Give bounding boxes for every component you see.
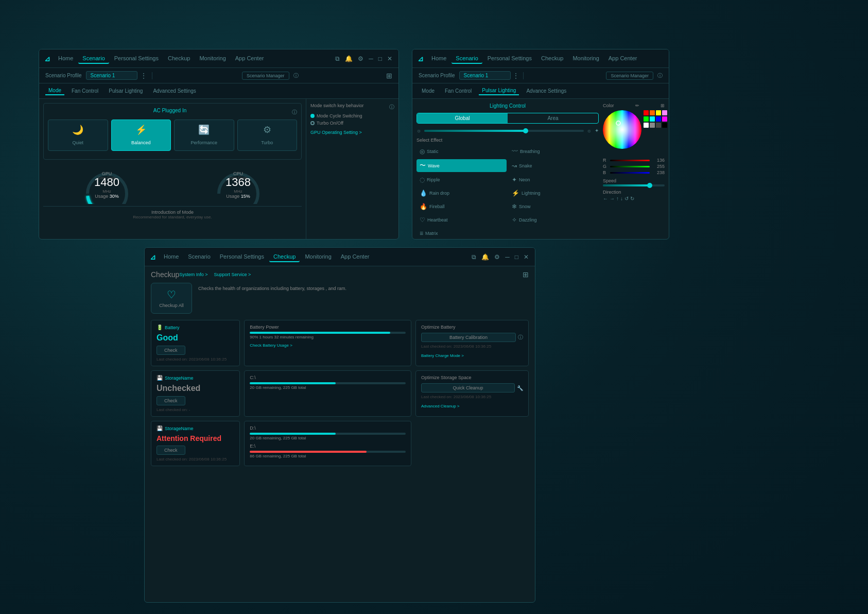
gear-icon-1[interactable]: ⚙: [358, 55, 363, 62]
advanced-cleanup-link[interactable]: Advanced Cleanup >: [421, 404, 460, 408]
mode-balanced[interactable]: ⚡ Balanced: [111, 120, 171, 151]
brightness-slider[interactable]: [424, 130, 584, 132]
nav-appcenter-2[interactable]: App Center: [604, 54, 641, 64]
mode-quiet[interactable]: 🌙 Quiet: [48, 120, 108, 151]
nav-monitoring-1[interactable]: Monitoring: [195, 54, 230, 64]
battery-check-btn[interactable]: Check: [157, 346, 185, 355]
tab-mode[interactable]: Mode: [45, 87, 64, 95]
dir-right[interactable]: →: [610, 196, 615, 201]
minimize-icon-3[interactable]: ─: [505, 253, 510, 261]
swatch-magenta[interactable]: [662, 116, 667, 122]
close-icon-1[interactable]: ✕: [387, 55, 392, 62]
effect-wave[interactable]: 〜 Wave: [416, 159, 507, 172]
dir-cw[interactable]: ↻: [630, 196, 634, 201]
nav-personal-1[interactable]: Personal Settings: [110, 54, 163, 64]
bell-icon-3[interactable]: 🔔: [481, 253, 489, 261]
swatch-pink[interactable]: [662, 110, 667, 115]
support-service-link[interactable]: Support Service >: [214, 272, 251, 277]
scenario-options-icon-2[interactable]: ⋮: [513, 72, 519, 79]
brightness-thumb[interactable]: [523, 128, 528, 133]
effect-dazzling[interactable]: ✧ Dazzling: [509, 214, 599, 226]
expand-icon-3[interactable]: ⊞: [523, 270, 529, 279]
effect-snow[interactable]: ❄ Snow: [509, 201, 599, 212]
effect-raindrop[interactable]: 💧 Rain drop: [416, 187, 507, 199]
checkup-all-btn[interactable]: ♡ Checkup All: [151, 283, 192, 314]
scenario-select-1[interactable]: Scenario 1: [86, 71, 137, 80]
swatch-blue[interactable]: [656, 116, 661, 122]
scenario-select-2[interactable]: Scenario 1: [459, 71, 511, 80]
effect-neon[interactable]: ✦ Neon: [509, 174, 599, 185]
scenario-manager-btn[interactable]: Scenario Manager: [242, 72, 289, 80]
nav-appcenter-3[interactable]: App Center: [337, 252, 374, 262]
nav-checkup-3[interactable]: Checkup: [269, 252, 300, 262]
scenario-options-icon[interactable]: ⋮: [141, 72, 147, 79]
nav-personal-2[interactable]: Personal Settings: [483, 54, 536, 64]
storage2-check-btn[interactable]: Check: [157, 446, 185, 455]
mode-performance[interactable]: 🔄 Performance: [174, 120, 234, 151]
nav-monitoring-3[interactable]: Monitoring: [301, 252, 335, 262]
effect-matrix[interactable]: ≡ Matrix: [416, 228, 507, 239]
tab-advanced[interactable]: Advanced Settings: [150, 87, 199, 95]
scenario-manager-btn-2[interactable]: Scenario Manager: [606, 72, 653, 80]
nav-scenario-2[interactable]: Scenario: [452, 54, 482, 64]
speed-slider[interactable]: [603, 184, 665, 186]
effect-snake[interactable]: ↝ Snake: [509, 159, 599, 172]
tab-mode-2[interactable]: Mode: [419, 87, 438, 95]
dir-down[interactable]: ↓: [620, 196, 623, 201]
radio-turbo[interactable]: Turbo On/Off: [310, 121, 394, 126]
tab-fan-control[interactable]: Fan Control: [68, 87, 101, 95]
copy-icon-1[interactable]: ⧉: [335, 55, 340, 62]
global-toggle[interactable]: Global: [417, 113, 508, 123]
maximize-icon-1[interactable]: □: [378, 55, 382, 62]
bell-icon-1[interactable]: 🔔: [345, 55, 353, 62]
minimize-icon-1[interactable]: ─: [369, 55, 373, 62]
quick-cleanup-btn[interactable]: Quick Cleanup: [421, 383, 515, 393]
effect-heartbeat[interactable]: ♡ Heartbeat: [416, 214, 507, 226]
dir-ccw[interactable]: ↺: [624, 196, 629, 201]
battery-charge-link[interactable]: Battery Charge Mode >: [421, 353, 464, 358]
wrench-icon[interactable]: 🔧: [517, 385, 523, 391]
copy-icon-3[interactable]: ⧉: [472, 253, 476, 261]
swatch-orange[interactable]: [650, 110, 655, 115]
gpu-link[interactable]: GPU Operating Setting >: [310, 130, 394, 135]
dir-left[interactable]: ←: [603, 196, 608, 201]
nav-scenario-1[interactable]: Scenario: [78, 54, 109, 64]
mode-turbo[interactable]: ⚙ Turbo: [237, 120, 298, 151]
swatch-gray[interactable]: [650, 123, 655, 128]
effect-lightning[interactable]: ⚡ Lightning: [509, 187, 599, 199]
nav-monitoring-2[interactable]: Monitoring: [568, 54, 603, 64]
dir-up[interactable]: ↑: [616, 196, 619, 201]
settings-icon[interactable]: ✦: [595, 128, 599, 133]
effect-static[interactable]: ◎ Static: [416, 146, 507, 157]
swatch-black[interactable]: [662, 123, 667, 128]
copy-color-icon[interactable]: ⊞: [661, 103, 665, 108]
swatch-cyan[interactable]: [650, 116, 655, 122]
close-icon-3[interactable]: ✕: [524, 253, 529, 261]
nav-home-2[interactable]: Home: [427, 54, 450, 64]
nav-appcenter-1[interactable]: App Center: [231, 54, 268, 64]
nav-personal-3[interactable]: Personal Settings: [216, 252, 268, 262]
nav-home-1[interactable]: Home: [54, 54, 77, 64]
speed-thumb[interactable]: [647, 183, 652, 188]
effect-fireball[interactable]: 🔥 Fireball: [416, 201, 507, 212]
g-slider[interactable]: [610, 166, 650, 167]
tab-fan-2[interactable]: Fan Control: [442, 87, 475, 95]
nav-checkup-2[interactable]: Checkup: [537, 54, 567, 64]
swatch-red[interactable]: [644, 110, 649, 115]
maximize-icon-3[interactable]: □: [515, 253, 518, 261]
tab-advanced-2[interactable]: Advance Settings: [523, 87, 569, 95]
color-wheel[interactable]: [603, 110, 641, 151]
battery-calibration-btn[interactable]: Battery Calibration: [421, 333, 516, 342]
system-info-link[interactable]: System Info >: [179, 272, 207, 277]
tab-pulsar-2[interactable]: Pulsar Lighting: [479, 87, 519, 95]
effect-breathing[interactable]: 〰 Breathing: [509, 146, 599, 157]
nav-checkup-1[interactable]: Checkup: [164, 54, 194, 64]
expand-icon-1[interactable]: ⊞: [386, 72, 392, 80]
edit-icon[interactable]: ✏: [635, 103, 639, 108]
radio-mode-cycle[interactable]: Mode Cycle Switching: [310, 113, 394, 118]
gear-icon-3[interactable]: ⚙: [494, 253, 500, 261]
tab-pulsar-lighting[interactable]: Pulsar Lighting: [106, 87, 146, 95]
storage1-check-btn[interactable]: Check: [157, 396, 185, 405]
swatch-dark[interactable]: [656, 123, 661, 128]
swatch-yellow[interactable]: [656, 110, 661, 115]
